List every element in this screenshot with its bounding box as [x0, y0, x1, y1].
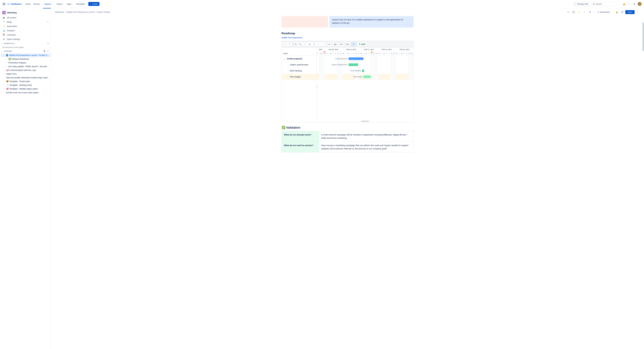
star-icon[interactable]: ☆: [582, 10, 587, 14]
export-icon[interactable]: ⊞▾: [345, 42, 350, 46]
breadcrumb-space[interactable]: Marketing: [55, 11, 64, 13]
sidebar-all-content[interactable]: ▦All content: [0, 16, 51, 20]
create-button[interactable]: +Create: [88, 2, 100, 6]
bolt-icon[interactable]: ⚡: [577, 10, 582, 14]
content-tree: ⌄📘Mobile-First Experience Launch - Proje…: [0, 53, 51, 94]
horizontal-scrollbar[interactable]: [361, 121, 369, 122]
expand-all-icon[interactable]: ⤓: [283, 42, 288, 46]
ai-sparkle-icon: ✦: [597, 11, 599, 13]
notifications-icon[interactable]: 🔔: [622, 2, 626, 6]
add-content-icon[interactable]: +: [47, 50, 49, 53]
tree-item[interactable]: •✅Release Readiness: [0, 57, 51, 61]
day-header: S: [393, 51, 396, 56]
gantt-task-row[interactable]: •Plan budget: [282, 74, 316, 80]
restrictions-icon[interactable]: 🔓: [614, 10, 619, 14]
search-input[interactable]: [596, 3, 621, 5]
chevron-down-icon[interactable]: ⌄: [2, 50, 3, 52]
sidebar-label: Automation: [7, 25, 17, 28]
sidebar-automation[interactable]: ⚡Automation: [0, 24, 51, 29]
tree-item[interactable]: •Get the most out of your team space: [0, 91, 51, 94]
sidebar: 🪐 Marketing ▦All content❝Blogs+⚡Automati…: [0, 8, 51, 349]
tree-label: Intake Form: [6, 73, 49, 75]
zoom-fit-icon[interactable]: ⛶: [303, 42, 307, 46]
edit-icon[interactable]: ✎: [566, 10, 570, 14]
top-nav: Confluence HomeRecent⌄Spaces⌄Teams⌄Apps⌄…: [0, 0, 644, 8]
today-icon[interactable]: ◔: [307, 42, 312, 46]
summarize-button[interactable]: ✦Summarize: [596, 10, 611, 14]
edit-label: EDIT: [362, 43, 366, 45]
share-button[interactable]: Share: [625, 10, 634, 14]
nav-spaces[interactable]: Spaces⌄: [43, 2, 55, 6]
chevron-down-icon[interactable]: ⌄: [2, 43, 3, 45]
watch-icon[interactable]: 👁: [588, 10, 592, 14]
sidebar-calendars[interactable]: 📅Calendars: [0, 33, 51, 37]
page-emoji: ✅: [8, 58, 11, 60]
sidebar-blogs[interactable]: ❝Blogs+: [0, 20, 51, 24]
tree-item[interactable]: •Intake Form: [0, 72, 51, 76]
gantt-bar[interactable]: Brief meeting: [362, 70, 364, 72]
tree-item[interactable]: ⌄📘Mobile-First Experience Launch - Proje…: [0, 53, 51, 57]
help-icon[interactable]: ❔: [627, 2, 632, 6]
search-box[interactable]: 🔍: [591, 2, 620, 6]
nav-home[interactable]: Home: [24, 2, 32, 6]
vertical-scrollbar[interactable]: [642, 22, 644, 51]
gantt-edit-button[interactable]: ✎EDIT: [357, 42, 368, 46]
breadcrumb-page[interactable]: Mobile-First Experience Launch - Project…: [66, 11, 110, 13]
gantt-bar[interactable]: Gather requirements: [348, 64, 358, 66]
tree-item[interactable]: •🎯Template - Weekly status report: [0, 87, 51, 91]
more-icon[interactable]: ⋯: [636, 10, 640, 14]
columns-icon[interactable]: ▥▾: [333, 42, 338, 46]
expand-icon[interactable]: ⌄: [3, 55, 5, 56]
fullscreen-icon[interactable]: ⤢: [351, 42, 356, 46]
tree-item[interactable]: •📢Communication with the Loop: [0, 68, 51, 72]
trial-label: 89 days left: [578, 3, 588, 5]
gantt-task-row[interactable]: •Gather requirements: [282, 62, 316, 68]
user-avatar[interactable]: [638, 2, 642, 6]
gantt-splitter[interactable]: ‹›: [316, 85, 318, 88]
next-icon[interactable]: ›: [321, 42, 326, 46]
chevron-down-icon[interactable]: ⌄: [284, 58, 286, 60]
gantt-bar[interactable]: Plan budget: [364, 76, 371, 78]
add-icon[interactable]: +: [47, 21, 48, 23]
gantt-bar[interactable]: Create proposal: [348, 57, 364, 60]
shortcuts-label: SHORTCUTS: [4, 43, 14, 44]
list-view-icon[interactable]: ≡▾: [327, 42, 332, 46]
week-header: 2024: [317, 48, 324, 51]
nav-apps[interactable]: Apps⌄: [66, 2, 74, 6]
tree-item[interactable]: •Dev Diary update - MOBL launch - Securi…: [0, 65, 51, 68]
bullet-icon: •: [3, 81, 5, 82]
tree-item[interactable]: •'New Accessible Interaction Anytime App…: [0, 76, 51, 80]
day-header: S: [411, 51, 413, 56]
sidebar-analytics[interactable]: 📊Analytics: [0, 29, 51, 33]
trial-days-chip[interactable]: ✦89 days left: [574, 2, 590, 6]
nav-teams[interactable]: Teams⌄: [55, 2, 66, 6]
space-header[interactable]: 🪐 Marketing: [0, 10, 51, 16]
day-header: M: [342, 51, 345, 56]
sort-icon[interactable]: ⇅: [43, 50, 46, 53]
nav-templates[interactable]: Templates: [74, 2, 87, 6]
settings-icon[interactable]: ⚙: [632, 2, 636, 6]
gantt-timeline[interactable]: 2024JAN 28, 2024FEB 04, 2024FEB 11, 2024…: [317, 48, 413, 122]
zoom-out-icon[interactable]: 🔍-: [298, 42, 303, 46]
page-emoji: 🎯: [6, 88, 8, 90]
add-shortcut-icon[interactable]: +: [47, 42, 49, 45]
zoom-in-icon[interactable]: 🔍+: [294, 42, 298, 46]
gantt-task-row[interactable]: •Brief meeting: [282, 68, 316, 74]
day-header: S: [373, 51, 375, 56]
roadmap-link[interactable]: Mobile First Experience: [282, 37, 414, 39]
prev-icon[interactable]: ‹: [316, 42, 321, 46]
filter-icon[interactable]: ▼▾: [339, 42, 344, 46]
comment-icon[interactable]: 💬: [572, 10, 576, 14]
app-switcher-icon[interactable]: [2, 2, 6, 6]
sidebar-space-settings[interactable]: ⚙Space settings: [0, 37, 51, 41]
nav-recent[interactable]: Recent⌄: [32, 2, 43, 6]
gantt-task-row[interactable]: ⌄Create proposal: [282, 56, 316, 62]
collapse-all-icon[interactable]: ⤒: [288, 42, 292, 46]
goto-icon[interactable]: ⊙: [312, 42, 316, 46]
link-icon[interactable]: 🔗: [620, 10, 624, 14]
tree-item[interactable]: •😎Template - Project plan: [0, 80, 51, 83]
chevron-down-icon: ⌄: [72, 3, 73, 5]
tree-item[interactable]: •Premortem Analysis: [0, 61, 51, 65]
tree-item[interactable]: •📄Template - Meeting notes: [0, 83, 51, 87]
confluence-logo[interactable]: Confluence: [7, 3, 22, 6]
